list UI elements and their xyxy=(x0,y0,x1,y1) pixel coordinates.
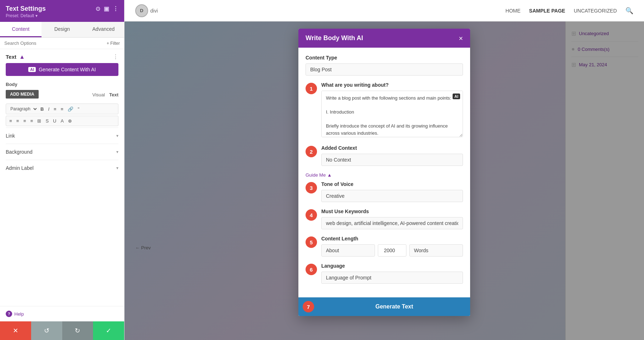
modal-body: Content Type Blog Post Article Essay Soc… xyxy=(298,48,470,297)
editor-tab-text[interactable]: Text xyxy=(109,92,118,97)
modal-overlay: Write Body With AI × Content Type Blog P… xyxy=(125,21,644,340)
generate-text-button[interactable]: Generate Text xyxy=(318,298,470,315)
language-select[interactable]: Language of Prompt English Spanish Frenc… xyxy=(321,272,463,284)
undo-button[interactable]: ↺ xyxy=(31,321,62,340)
link-section[interactable]: Link ▾ xyxy=(6,128,118,144)
tab-advanced[interactable]: Advanced xyxy=(83,22,124,37)
link-button[interactable]: 🔗 xyxy=(66,105,75,112)
step-4-label: Must Use Keywords xyxy=(321,209,463,214)
ai-textarea-icon: AI xyxy=(453,94,460,99)
step-2-circle: 2 xyxy=(306,146,317,157)
background-arrow-icon: ▾ xyxy=(116,149,118,154)
nav-link-home[interactable]: HOME xyxy=(506,8,521,14)
step-5-label: Content Length xyxy=(321,236,463,241)
step-3-label: Tone of Voice xyxy=(321,181,463,187)
length-about-select[interactable]: About Exactly At least xyxy=(321,244,375,257)
text-section-header: Text ▲ ⋮ xyxy=(6,53,118,60)
panel-header: Text Settings ⊙ ▣ ⋮ Preset: Default ▾ xyxy=(0,0,124,22)
step-4-circle: 4 xyxy=(306,209,317,221)
paste-special[interactable]: ⊕ xyxy=(66,118,74,124)
header-icons: ⊙ ▣ ⋮ xyxy=(96,5,118,12)
content-type-group: Content Type Blog Post Article Essay Soc… xyxy=(306,55,463,76)
search-icon[interactable]: 🔍 xyxy=(625,7,633,15)
step-6-content: Language Language of Prompt English Span… xyxy=(321,263,463,284)
step-7-circle: 7 xyxy=(303,301,314,312)
logo-letter: D xyxy=(140,8,143,13)
content-length-row: About Exactly At least Words Characters … xyxy=(321,244,463,257)
align-left[interactable]: ≡ xyxy=(8,118,14,124)
logo-brand: divi xyxy=(150,8,158,14)
nav-logo: D divi xyxy=(135,4,158,17)
main-content: D divi HOME SAMPLE PAGE UNCATEGORIZED 🔍 … xyxy=(125,0,644,340)
ol-button[interactable]: ≡ xyxy=(59,105,65,112)
target-icon[interactable]: ⊙ xyxy=(96,5,100,12)
filter-button[interactable]: + Filter xyxy=(107,41,120,46)
table-button[interactable]: ⊞ xyxy=(35,118,43,124)
tab-content[interactable]: Content xyxy=(0,22,42,37)
editor-toolbar: Paragraph B I ≡ ≡ 🔗 " xyxy=(6,104,118,114)
generate-ai-button[interactable]: AI Generate Content With AI xyxy=(6,63,118,76)
step-1-circle: 1 xyxy=(306,83,317,94)
help-icon: ? xyxy=(6,311,12,317)
align-justify[interactable]: ≡ xyxy=(29,118,35,124)
ai-button-icon: AI xyxy=(28,67,36,72)
step-4-row: 4 Must Use Keywords xyxy=(306,209,463,229)
paragraph-select[interactable]: Paragraph xyxy=(8,105,38,112)
step-5-content: Content Length About Exactly At least Wo… xyxy=(321,236,463,257)
more-icon[interactable]: ⋮ xyxy=(113,5,118,12)
text-section-title: Text ▲ xyxy=(6,54,25,60)
step-5-row: 5 Content Length About Exactly At least xyxy=(306,236,463,257)
add-media-button[interactable]: ADD MEDIA xyxy=(6,90,39,99)
nav-link-sample[interactable]: SAMPLE PAGE xyxy=(529,8,565,14)
body-label: Body xyxy=(6,82,118,87)
columns-icon[interactable]: ▣ xyxy=(104,5,109,12)
ul-button[interactable]: ≡ xyxy=(52,105,58,112)
search-bar: + Filter xyxy=(0,38,124,49)
help-row[interactable]: ? Help xyxy=(0,306,124,321)
nav-link-uncategorized[interactable]: UNCATEGORIZED xyxy=(574,8,617,14)
help-label: Help xyxy=(14,311,24,317)
save-button[interactable]: ✓ xyxy=(93,321,124,340)
editor-tab-visual[interactable]: Visual xyxy=(92,92,105,97)
step-6-row: 6 Language Language of Prompt English Sp… xyxy=(306,263,463,284)
modal-footer: 7 Generate Text xyxy=(298,297,470,316)
panel-title: Text Settings xyxy=(6,5,46,13)
modal-close-button[interactable]: × xyxy=(459,35,463,42)
keywords-input[interactable] xyxy=(321,217,463,229)
quote-button[interactable]: " xyxy=(76,105,81,112)
font-color[interactable]: A xyxy=(59,118,65,124)
redo-button[interactable]: ↻ xyxy=(62,321,93,340)
cancel-button[interactable]: ✕ xyxy=(0,321,31,340)
section-more-icon[interactable]: ⋮ xyxy=(113,53,118,60)
guide-me-link[interactable]: Guide Me ▲ xyxy=(306,172,463,178)
background-section[interactable]: Background ▾ xyxy=(6,144,118,160)
align-right[interactable]: ≡ xyxy=(21,118,28,124)
step-2-label: Added Context xyxy=(321,145,463,151)
step-1-label: What are you writing about? xyxy=(321,82,463,88)
strikethrough[interactable]: S xyxy=(44,118,50,124)
ai-button-label: Generate Content With AI xyxy=(39,67,96,72)
content-type-select[interactable]: Blog Post Article Essay Social Post xyxy=(306,63,463,76)
tone-select[interactable]: Creative Professional Casual Formal xyxy=(321,190,463,202)
search-input[interactable] xyxy=(4,40,104,46)
textarea-wrapper: Write a blog post with the following sec… xyxy=(321,91,463,139)
italic-button[interactable]: I xyxy=(46,105,51,112)
step-3-row: 3 Tone of Voice Creative Professional Ca… xyxy=(306,181,463,202)
step-3-circle: 3 xyxy=(306,182,317,193)
bold-button[interactable]: B xyxy=(39,105,45,112)
length-number-input[interactable] xyxy=(378,244,406,257)
preset-label[interactable]: Preset: Default ▾ xyxy=(6,13,118,18)
editor-tabs: Visual Text xyxy=(92,92,118,97)
bottom-bar: ✕ ↺ ↻ ✓ xyxy=(0,321,124,340)
length-words-select[interactable]: Words Characters Sentences xyxy=(409,244,463,257)
panel-content: Text ▲ ⋮ AI Generate Content With AI Bod… xyxy=(0,49,124,306)
step-6-label: Language xyxy=(321,263,463,269)
added-context-select[interactable]: No Context Page Content Custom Context xyxy=(321,154,463,166)
modal-header: Write Body With AI × xyxy=(298,29,470,48)
underline[interactable]: U xyxy=(51,118,58,124)
admin-label-section[interactable]: Admin Label ▾ xyxy=(6,160,118,176)
tab-design[interactable]: Design xyxy=(42,22,83,37)
align-center[interactable]: ≡ xyxy=(15,118,21,124)
writing-about-textarea[interactable]: Write a blog post with the following sec… xyxy=(321,91,463,137)
section-toggle-icon[interactable]: ▲ xyxy=(19,54,25,60)
